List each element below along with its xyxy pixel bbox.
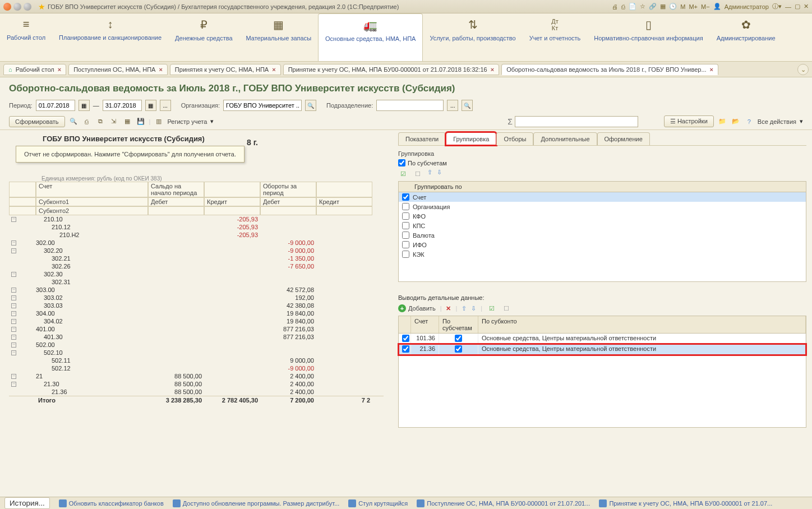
calc-icon[interactable]: ▦ — [660, 3, 666, 10]
checkbox[interactable] — [455, 345, 462, 353]
checkbox[interactable] — [455, 335, 462, 342]
table-row[interactable]: 401.30877 216,03 — [9, 333, 384, 341]
table-row[interactable]: 101.36Основные средства, Центры материал… — [399, 334, 806, 344]
checkbox[interactable] — [402, 251, 409, 258]
tab-receipts[interactable]: Поступления ОС, НМА, НПА× — [68, 64, 168, 75]
table-row[interactable]: 21.3088 500,002 400,00 — [9, 380, 384, 388]
ribbon-accounting[interactable]: ДтКтУчет и отчетность — [523, 13, 588, 61]
tab-acceptance-doc[interactable]: Принятие к учету ОС, НМА, НПА БУ00-00000… — [283, 64, 500, 75]
ribbon-services[interactable]: ⇅Услуги, работы, производство — [423, 13, 522, 61]
ribbon-reference[interactable]: ▯Нормативно-справочная информация — [587, 13, 709, 61]
clock-icon[interactable]: 🕓 — [669, 3, 677, 10]
register-button[interactable]: Регистр учета — [167, 118, 207, 125]
print-icon[interactable]: ⎙ — [82, 117, 92, 127]
table-row[interactable]: 303.0042 572,08 — [9, 286, 384, 294]
table-row[interactable]: 502.119 000,00 — [9, 357, 384, 364]
list-item[interactable]: КФО — [399, 211, 806, 221]
delete-icon[interactable]: ✕ — [446, 305, 451, 312]
copy-icon[interactable]: ⧉ — [95, 117, 105, 127]
print-icon[interactable]: 🖨 — [612, 3, 618, 10]
close-icon[interactable]: × — [491, 66, 494, 73]
table-row[interactable]: 304.0019 840,00 — [9, 309, 384, 317]
list-item[interactable]: Организация — [399, 202, 806, 211]
checkbox[interactable] — [402, 241, 409, 248]
tab-additional[interactable]: Дополнительные — [533, 132, 597, 145]
date-to-input[interactable] — [103, 100, 142, 111]
rest-icon[interactable]: ▢ — [795, 3, 800, 10]
ribbon-planning[interactable]: ↕Планирование и санкционирование — [52, 13, 168, 61]
settings-button[interactable]: ☰ Настройки — [664, 115, 714, 127]
table-row[interactable]: 302.00-9 000,00 — [9, 239, 384, 247]
admin-label[interactable]: Администратор — [725, 3, 769, 10]
max-window-btn[interactable] — [24, 3, 31, 11]
close-icon[interactable]: × — [58, 66, 61, 73]
status-item[interactable]: Принятие к учету ОС, НМА, НПА БУ00-00000… — [599, 499, 772, 507]
sheet-icon[interactable]: ▦ — [122, 117, 132, 127]
list-item[interactable]: КЭК — [399, 249, 806, 259]
table-row[interactable]: 302.21-1 350,00 — [9, 254, 384, 262]
dropdown-icon[interactable]: ▾ — [800, 118, 803, 125]
table-row[interactable]: 302.26-7 650,00 — [9, 262, 384, 270]
history-button[interactable]: История... — [4, 497, 50, 509]
ribbon-money[interactable]: ₽Денежные средства — [168, 13, 239, 61]
dept-input[interactable] — [376, 100, 444, 111]
ribbon-admin[interactable]: ✿Администрирование — [710, 13, 782, 61]
move-up-icon[interactable]: ⇧ — [427, 169, 432, 179]
save-icon[interactable]: 💾 — [136, 117, 146, 127]
move-up-icon[interactable]: ⇧ — [462, 305, 467, 312]
close-icon[interactable]: × — [272, 66, 275, 73]
check-all-icon[interactable]: ☑ — [487, 303, 497, 313]
dropdown-icon[interactable]: ▾ — [210, 118, 214, 125]
list-item[interactable]: КПС — [399, 221, 806, 230]
mplus-btn[interactable]: M+ — [689, 3, 698, 10]
table-row[interactable]: 502.00 — [9, 341, 384, 349]
list-item[interactable]: Валюта — [399, 230, 806, 240]
dept-picker-button[interactable]: ... — [447, 100, 458, 111]
org-input[interactable] — [223, 100, 302, 111]
table-row[interactable]: 210.Н2-205,93 — [9, 231, 384, 239]
org-lookup-icon[interactable]: 🔍 — [305, 100, 316, 111]
status-item[interactable]: Доступно обновление программы. Размер ди… — [173, 499, 340, 507]
close-icon[interactable]: × — [159, 66, 162, 73]
table-row[interactable]: 210.12-205,93 — [9, 223, 384, 231]
table-row[interactable]: 304.0219 840,00 — [9, 317, 384, 325]
checkbox[interactable] — [402, 222, 409, 229]
list-item[interactable]: Счет — [399, 192, 806, 202]
ribbon-desktop[interactable]: ≡Рабочий стол — [0, 13, 52, 61]
link-icon[interactable]: 🔗 — [649, 3, 657, 10]
table-row[interactable]: 502.10 — [9, 349, 384, 357]
table-row[interactable]: 21.3688 500,002 400,00 — [9, 388, 384, 396]
table-row[interactable]: 21.36Основные средства, Центры материаль… — [399, 344, 806, 355]
dept-lookup-icon[interactable]: 🔍 — [462, 100, 473, 111]
help-icon[interactable]: ? — [744, 117, 754, 127]
sigma-input[interactable] — [515, 116, 638, 127]
checkbox[interactable] — [402, 203, 409, 210]
tab-acceptances[interactable]: Принятия к учету ОС, НМА, НПА× — [170, 64, 281, 75]
checkbox[interactable] — [402, 335, 409, 342]
table-row[interactable]: 302.30 — [9, 270, 384, 278]
tab-desktop[interactable]: ⌂Рабочий стол× — [3, 64, 66, 75]
table-row[interactable]: 502.12-9 000,00 — [9, 364, 384, 372]
move-down-icon[interactable]: ⇩ — [437, 169, 442, 179]
table-row[interactable]: 302.20-9 000,00 — [9, 247, 384, 254]
close-window-btn[interactable] — [3, 3, 11, 11]
min-window-btn[interactable] — [13, 3, 21, 11]
checkbox[interactable] — [402, 345, 409, 353]
status-item[interactable]: Обновить классификатор банков — [59, 499, 164, 507]
move-down-icon[interactable]: ⇩ — [471, 305, 476, 312]
tab-filters[interactable]: Отборы — [496, 132, 533, 145]
export-icon[interactable]: ⇲ — [109, 117, 119, 127]
checkbox[interactable] — [402, 212, 409, 220]
min-icon[interactable]: — — [785, 3, 791, 10]
table-row[interactable]: 401.00877 216,03 — [9, 325, 384, 333]
ribbon-materials[interactable]: ▦Материальные запасы — [239, 13, 319, 61]
checkbox[interactable] — [402, 232, 409, 239]
ribbon-fixed-assets[interactable]: 🚛Основные средства, НМА, НПА — [318, 13, 423, 61]
tab-indicators[interactable]: Показатели — [398, 132, 446, 145]
info-icon[interactable]: ⓘ▾ — [772, 2, 782, 11]
zoom-icon[interactable]: 🔍 — [68, 117, 79, 127]
tab-grouping[interactable]: Группировка — [446, 132, 496, 145]
by-subaccounts-check[interactable]: По субсчетам — [398, 159, 806, 166]
calendar-to-icon[interactable]: ▦ — [145, 100, 156, 111]
table-row[interactable]: 303.0342 380,08 — [9, 302, 384, 309]
